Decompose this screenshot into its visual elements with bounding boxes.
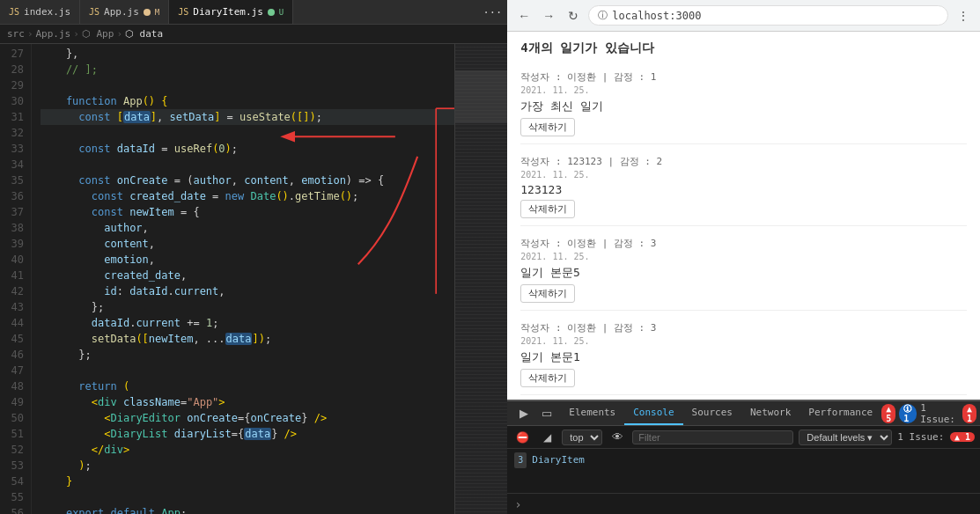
code-line-47 [41, 363, 454, 378]
editor-panel: JS index.js JS App.js M JS DiaryItem.js … [0, 0, 507, 514]
diary-title-1: 123123 [520, 183, 967, 196]
diary-title-0: 가장 최신 일기 [520, 99, 967, 114]
devtools-actions: ▲ 5 🛈 1 1 Issue: ▲ 1 [881, 402, 976, 425]
menu-button[interactable]: ⋮ [954, 6, 973, 26]
code-line-56: export default App; [41, 505, 454, 514]
code-line-44: dataId.current += 1; [41, 315, 454, 331]
tab-index-js[interactable]: JS index.js [0, 0, 80, 24]
code-line-43: }; [41, 299, 454, 315]
devtools-tab-bar: ▶ ▭ Elements Console Sources Network Per… [507, 401, 980, 426]
code-line-46: }; [41, 347, 454, 363]
url-bar[interactable]: ⓘ localhost:3000 [588, 5, 948, 26]
diary-meta-2: 작성자 : 이정환 | 감정 : 3 [520, 237, 967, 250]
code-line-41: created_date, [41, 268, 454, 283]
devtools-tab-sources[interactable]: Sources [683, 401, 741, 425]
error-badge: ▲ 5 [881, 404, 895, 423]
breadcrumb-app-fn: ⬡ App [82, 28, 114, 40]
diary-delete-btn-0[interactable]: 삭제하기 [520, 118, 575, 136]
code-line-48: return ( [41, 378, 454, 394]
back-button[interactable]: ← [514, 6, 534, 26]
info-badge: 🛈 1 [899, 404, 917, 423]
diary-title-2: 일기 본문5 [520, 265, 967, 281]
devtools-inspect-btn[interactable]: ▶ [514, 404, 534, 423]
devtools-panel: ▶ ▭ Elements Console Sources Network Per… [507, 400, 980, 514]
diary-delete-btn-1[interactable]: 삭제하기 [520, 200, 575, 218]
code-line-34 [41, 157, 454, 173]
code-line-51: <DiaryList diaryList={data} /> [41, 426, 454, 442]
tab-label-u: U [279, 8, 284, 17]
code-line-35: const onCreate = (author, content, emoti… [41, 173, 454, 188]
code-line-42: id: dataId.current, [41, 283, 454, 299]
diary-date-3: 2021. 11. 25. [520, 336, 967, 346]
diary-meta-1: 작성자 : 123123 | 감정 : 2 [520, 155, 967, 168]
code-line-29 [41, 77, 454, 93]
expand-arrow-icon[interactable]: › [514, 497, 521, 511]
console-row-1: 3 DiaryItem [514, 452, 973, 468]
code-line-40: emotion, [41, 252, 454, 268]
browser-devtools-panel: ← → ↻ ⓘ localhost:3000 ⋮ 4개의 일기가 있습니다 작성… [507, 0, 980, 514]
code-line-28: // ]; [41, 62, 454, 77]
diary-item-2: 작성자 : 이정환 | 감정 : 3 2021. 11. 25. 일기 본문5 … [520, 230, 967, 311]
code-line-52: </div> [41, 442, 454, 458]
code-line-37: const newItem = { [41, 204, 454, 220]
default-levels-select[interactable]: Default levels ▾ [799, 430, 892, 445]
tab-unsaved-dot [268, 9, 275, 16]
tab-overflow-btn[interactable]: ··· [478, 6, 508, 18]
code-line-39: content, [41, 236, 454, 252]
eye-btn[interactable]: 👁 [608, 428, 627, 447]
tab-diaryitem-js[interactable]: JS DiaryItem.js U [169, 0, 293, 24]
diary-count: 4개의 일기가 있습니다 [520, 40, 967, 56]
diary-item-3: 작성자 : 이정환 | 감정 : 3 2021. 11. 25. 일기 본문1 … [520, 314, 967, 395]
context-select[interactable]: top [562, 430, 602, 445]
code-content: }, // ]; function App() { const [data], … [32, 44, 454, 514]
code-line-53: ); [41, 458, 454, 474]
issue-badge: ▲ 1 [962, 404, 976, 423]
console-issue-count: 1 Issue: ▲ 1 [897, 431, 975, 443]
tab-label-diaryitem: DiaryItem.js [193, 6, 262, 18]
diary-meta-0: 작성자 : 이정환 | 감정 : 1 [520, 70, 967, 84]
forward-button[interactable]: → [539, 6, 558, 26]
code-line-33: const dataId = useRef(0); [41, 141, 454, 157]
code-line-38: author, [41, 220, 454, 236]
tab-modified-dot [144, 9, 151, 16]
issue-text: 1 Issue: [920, 402, 955, 425]
devtools-tab-console[interactable]: Console [624, 401, 682, 425]
tab-app-js[interactable]: JS App.js M [80, 0, 169, 24]
devtools-icons: ▶ ▭ [511, 404, 560, 423]
console-clear-btn[interactable]: ⛔ [512, 428, 532, 447]
code-line-36: const created_date = new Date().getTime(… [41, 188, 454, 204]
code-line-30: function App() { [41, 93, 454, 109]
devtools-tab-network[interactable]: Network [741, 401, 799, 425]
devtools-tab-elements[interactable]: Elements [560, 401, 624, 425]
console-count-badge: 3 [514, 452, 527, 468]
console-filter-btn[interactable]: ◢ [537, 428, 556, 447]
breadcrumb: src › App.js › ⬡ App › ⬡ data [0, 25, 507, 44]
line-numbers: 2728293031 3233343536 3738394041 4243444… [0, 44, 32, 514]
tab-label-index: index.js [24, 6, 70, 18]
diary-delete-btn-3[interactable]: 삭제하기 [520, 369, 575, 387]
lock-icon: ⓘ [598, 9, 608, 22]
diary-item-0: 작성자 : 이정환 | 감정 : 1 2021. 11. 25. 가장 최신 일… [520, 63, 967, 144]
minimap-highlight [455, 70, 507, 123]
refresh-button[interactable]: ↻ [564, 6, 583, 26]
devtools-device-btn[interactable]: ▭ [537, 404, 556, 423]
console-link[interactable]: DiaryItem [532, 452, 585, 468]
editor-body: 2728293031 3233343536 3738394041 4243444… [0, 44, 507, 514]
code-line-27: }, [41, 46, 454, 62]
diary-date-0: 2021. 11. 25. [520, 85, 967, 95]
breadcrumb-data: ⬡ data [125, 28, 163, 40]
code-line-55 [41, 489, 454, 505]
breadcrumb-src: src [7, 28, 25, 40]
devtools-tab-performance[interactable]: Performance [799, 401, 881, 425]
code-line-45: setData([newItem, ...data]); [41, 331, 454, 347]
diary-date-2: 2021. 11. 25. [520, 252, 967, 261]
tab-bar: JS index.js JS App.js M JS DiaryItem.js … [0, 0, 507, 25]
browser-content: 4개의 일기가 있습니다 작성자 : 이정환 | 감정 : 1 2021. 11… [507, 32, 980, 400]
console-filter-input[interactable] [632, 430, 793, 444]
diary-delete-btn-2[interactable]: 삭제하기 [520, 284, 575, 303]
tab-label-m: M [155, 8, 159, 17]
breadcrumb-app: App.js [36, 28, 71, 40]
code-line-50: <DiaryEditor onCreate={onCreate} /> [41, 410, 454, 426]
code-area: 2728293031 3233343536 3738394041 4243444… [0, 44, 454, 514]
code-line-49: <div className="App"> [41, 394, 454, 410]
